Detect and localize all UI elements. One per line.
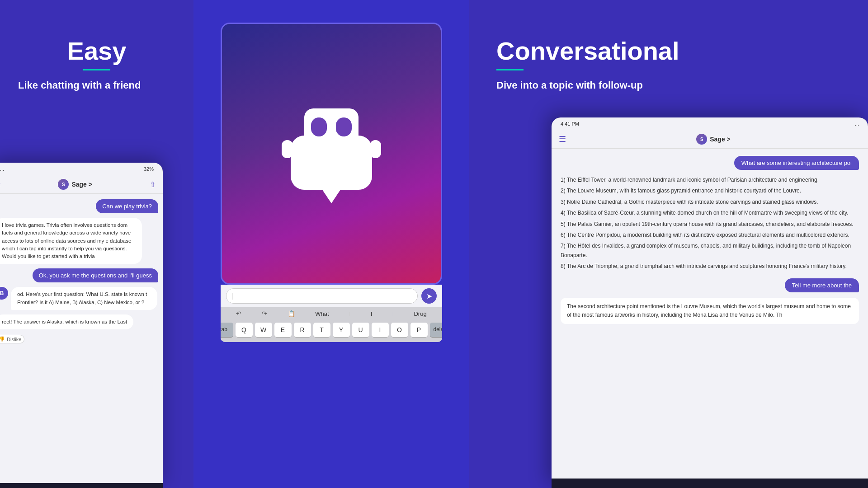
left-tablet-header-center: S Sage > [58, 179, 92, 190]
keyboard-input-bar: | ➤ [221, 285, 442, 307]
key-row-1: tab Q W E R T Y U I O P delete [222, 323, 440, 337]
right-user-bubble-1: What are some interesting architecture p… [734, 156, 859, 170]
sage-avatar-right: S [696, 134, 707, 145]
left-panel-subtitle: Like chatting with a friend [18, 80, 175, 91]
key-u[interactable]: U [352, 323, 369, 337]
left-user-bubble-2: Ok, you ask me the questions and I'll gu… [33, 268, 158, 282]
svg-rect-3 [336, 117, 352, 136]
left-ai-avatar-b: B [0, 287, 8, 300]
key-q[interactable]: Q [236, 323, 253, 337]
left-panel-title: Easy [18, 36, 175, 66]
keyboard-send-button[interactable]: ➤ [421, 288, 437, 304]
key-r[interactable]: R [294, 323, 311, 337]
left-ai-bubble-2: od. Here's your first question: What U.S… [11, 287, 157, 310]
right-tablet-status-bar: 4:41 PM ... [552, 117, 868, 130]
right-status-signal: ... [855, 121, 859, 127]
sage-avatar-left: S [58, 179, 69, 190]
arch-point-1: 1) The Eiffel Tower, a world-renowned la… [561, 175, 859, 184]
toolbar-word-3[interactable]: Drug [414, 310, 426, 317]
key-e[interactable]: E [274, 323, 292, 337]
svg-rect-2 [311, 117, 327, 136]
svg-rect-4 [282, 140, 293, 158]
status-signal: 32% [144, 166, 154, 172]
right-tablet-mockup: 4:41 PM ... ☰ S Sage > What are some int… [552, 117, 868, 488]
key-i[interactable]: I [372, 323, 389, 337]
left-panel-content: Easy Like chatting with a friend [0, 0, 193, 91]
left-agent-label: Sage > [71, 181, 92, 188]
key-tab[interactable]: tab [221, 323, 233, 337]
keyboard-rows: tab Q W E R T Y U I O P delete [221, 320, 442, 342]
right-ai-response: The second architecture point mentioned … [561, 298, 859, 324]
key-delete[interactable]: delete [430, 323, 443, 337]
left-ai-bubble-1: I love trivia games. Trivia often involv… [0, 218, 142, 264]
share-icon: ⇧ [150, 180, 156, 189]
arch-point-6: 6) The Centre Pompidou, a modernist buil… [561, 230, 859, 239]
right-panel-title: Conversational [496, 36, 841, 66]
left-tablet-body: Can we play trivia? I love trivia games.… [0, 194, 163, 483]
svg-rect-5 [370, 140, 381, 158]
center-app-screen [221, 23, 442, 285]
dislike-button[interactable]: 👎 Dislike [0, 335, 24, 343]
right-panel-content: Conversational Dive into a topic with fo… [469, 0, 868, 91]
key-o[interactable]: O [391, 323, 408, 337]
key-w[interactable]: W [255, 323, 272, 337]
status-time: ... [0, 166, 4, 172]
toolbar-clipboard-icon[interactable]: 📋 [288, 310, 295, 317]
toolbar-redo-icon[interactable]: ↷ [262, 310, 267, 317]
arch-point-3: 3) Notre Dame Cathedral, a Gothic master… [561, 197, 859, 206]
left-ai-row-2: B od. Here's your first question: What U… [0, 287, 158, 310]
right-panel: Conversational Dive into a topic with fo… [469, 0, 868, 488]
left-tablet-mockup: ... 32% ‹ S Sage > ⇧ Can we play trivia?… [0, 163, 163, 488]
right-status-time: 4:41 PM [561, 121, 579, 127]
left-user-bubble-1: Can we play trivia? [96, 199, 158, 213]
toolbar-undo-icon[interactable]: ↶ [236, 310, 241, 317]
right-user-bubble-2: Tell me more about the [785, 278, 859, 292]
keyboard-toolbar: ↶ ↷ 📋 What | I | Drug [221, 307, 442, 320]
toolbar-word-2[interactable]: I [371, 310, 373, 317]
toolbar-word-1[interactable]: What [315, 310, 329, 317]
arch-point-7: 7) The Hôtel des Invalides, a grand comp… [561, 241, 859, 260]
arch-point-8: 8) The Arc de Triomphe, a grand triumpha… [561, 262, 859, 271]
left-tablet-status-bar: ... 32% [0, 163, 163, 175]
center-panel: | ➤ ↶ ↷ 📋 What | I | Drug tab Q W E R T … [193, 0, 469, 488]
left-panel-underline [83, 69, 110, 70]
arch-point-2: 2) The Louvre Museum, with its famous gl… [561, 186, 859, 195]
right-tablet-header: ☰ S Sage > [552, 130, 868, 149]
left-ai-bubble-3: rect! The answer is Alaska, which is kno… [0, 314, 133, 329]
right-panel-subtitle: Dive into a topic with follow-up [496, 80, 841, 91]
key-t[interactable]: T [313, 323, 330, 337]
robot-icon [268, 90, 395, 217]
right-menu-icon[interactable]: ☰ [559, 134, 566, 144]
architecture-list: 1) The Eiffel Tower, a world-renowned la… [561, 175, 859, 273]
arch-point-4: 4) The Basilica of Sacré-Cœur, a stunnin… [561, 208, 859, 217]
arch-point-5: 5) The Palais Garnier, an opulent 19th-c… [561, 220, 859, 229]
left-tablet-header: ‹ S Sage > ⇧ [0, 175, 163, 194]
dislike-label: Dislike [7, 337, 21, 342]
right-tablet-body: What are some interesting architecture p… [552, 149, 868, 479]
keyboard-mockup: | ➤ ↶ ↷ 📋 What | I | Drug tab Q W E R T … [221, 285, 442, 342]
thumbs-down-icon: 👎 [0, 336, 5, 342]
keyboard-input-field[interactable]: | [226, 288, 418, 304]
right-agent-label: Sage > [710, 136, 731, 143]
right-tablet-header-center: S Sage > [696, 134, 731, 145]
key-y[interactable]: Y [333, 323, 350, 337]
left-panel: Easy Like chatting with a friend ... 32%… [0, 0, 193, 488]
key-p[interactable]: P [410, 323, 428, 337]
right-panel-underline [496, 69, 524, 70]
back-icon: ‹ [0, 180, 0, 188]
